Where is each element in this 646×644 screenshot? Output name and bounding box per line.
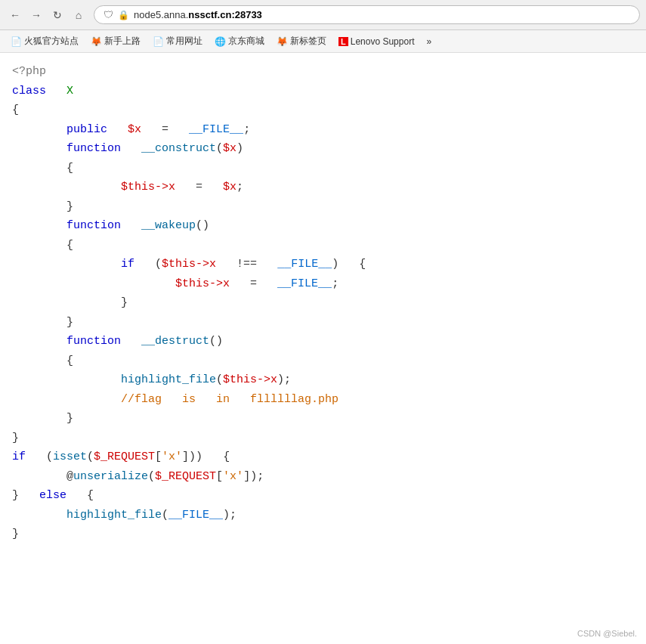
shield-icon: 🛡 — [104, 9, 113, 20]
bookmark-common[interactable]: 📄 常用网址 — [148, 33, 207, 49]
back-button[interactable]: ← — [6, 6, 24, 24]
bookmark-label: 常用网址 — [166, 35, 202, 48]
bookmark-label: 火狐官方站点 — [24, 35, 79, 48]
address-bar[interactable]: 🛡 🔒 node5.anna.nssctf.cn:28733 — [94, 5, 640, 24]
bookmark-newtab[interactable]: 🦊 新标签页 — [272, 33, 331, 49]
nav-buttons: ← → ↻ ⌂ — [6, 6, 88, 24]
bookmark-label: 新手上路 — [104, 35, 141, 48]
bookmark-huxin[interactable]: 📄 火狐官方站点 — [6, 33, 83, 49]
firefox-icon: 🦊 — [277, 36, 288, 47]
bookmark-jd[interactable]: 🌐 京东商城 — [210, 33, 269, 49]
firefox-icon: 🦊 — [91, 36, 102, 47]
folder-icon: 📄 — [153, 36, 164, 47]
refresh-button[interactable]: ↻ — [48, 6, 66, 24]
bookmark-lenovo[interactable]: L Lenovo Support — [334, 35, 419, 48]
more-icon: » — [426, 36, 431, 47]
bookmark-newbie[interactable]: 🦊 新手上路 — [86, 33, 145, 49]
bookmarks-bar: 📄 火狐官方站点 🦊 新手上路 📄 常用网址 🌐 京东商城 🦊 新标签页 L L… — [0, 30, 646, 53]
url-text: node5.anna.nssctf.cn:28733 — [134, 9, 630, 20]
globe-icon: 🌐 — [215, 36, 226, 47]
code-content: <?php class X { public $x = __FILE__; fu… — [0, 53, 646, 553]
bookmark-label: 京东商城 — [228, 35, 264, 48]
bookmark-more[interactable]: » — [422, 35, 436, 48]
lenovo-icon: L — [338, 37, 348, 46]
lock-icon: 🔒 — [118, 10, 129, 20]
forward-button[interactable]: → — [27, 6, 45, 24]
home-button[interactable]: ⌂ — [70, 6, 88, 24]
bookmark-label: 新标签页 — [290, 35, 326, 48]
folder-icon: 📄 — [11, 36, 22, 47]
bookmark-label: Lenovo Support — [351, 36, 415, 47]
browser-toolbar: ← → ↻ ⌂ 🛡 🔒 node5.anna.nssctf.cn:28733 — [0, 0, 646, 30]
